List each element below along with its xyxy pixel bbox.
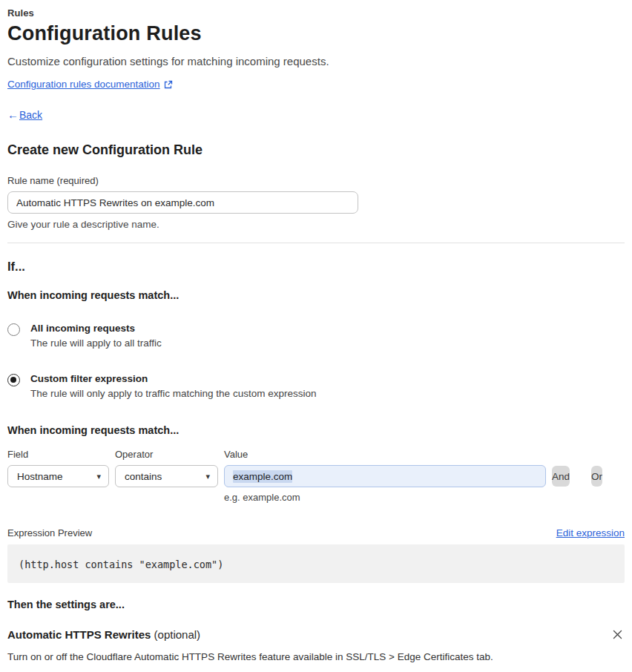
radio-description: The rule will only apply to traffic matc… [30,388,316,399]
rule-name-input[interactable] [7,191,358,214]
expression-preview-label: Expression Preview [7,527,92,538]
create-rule-heading: Create new Configuration Rule [7,142,625,158]
radio-custom-filter-expression[interactable] [7,374,20,386]
expression-preview-box: (http.host contains "example.com") [7,544,625,583]
rule-name-help: Give your rule a descriptive name. [7,219,625,230]
if-heading: If... [7,260,625,274]
match-heading: When incoming requests match... [7,289,625,301]
or-button[interactable]: Or [591,466,602,487]
value-input[interactable]: example.com [224,465,546,487]
chevron-down-icon: ▾ [205,472,210,481]
operator-label: Operator [115,449,218,460]
field-label: Field [7,449,109,460]
back-arrow-icon: ← [7,108,19,121]
close-icon [612,629,623,640]
documentation-link[interactable]: Configuration rules documentation [7,79,160,90]
rule-name-label: Rule name (required) [7,175,625,186]
remove-setting-button[interactable] [610,627,625,642]
builder-heading: When incoming requests match... [7,424,625,436]
expression-code: (http.host contains "example.com") [19,559,223,570]
edit-expression-link[interactable]: Edit expression [556,527,625,538]
setting-optional-suffix: (optional) [154,628,201,641]
value-label: Value [224,449,546,460]
value-input-text: example.com [233,470,292,483]
page-subtitle: Customize configuration settings for mat… [7,55,625,67]
radio-label: Custom filter expression [30,373,316,384]
chevron-down-icon: ▾ [96,472,101,481]
radio-description: The rule will apply to all traffic [30,337,162,349]
radio-option-custom-filter[interactable]: Custom filter expression The rule will o… [7,373,625,399]
page-title: Configuration Rules [7,22,625,45]
radio-all-incoming-requests[interactable] [7,323,20,336]
external-link-icon [164,80,173,89]
radio-label: All incoming requests [30,323,162,334]
back-link[interactable]: ← Back [7,108,625,121]
setting-title-name: Automatic HTTPS Rewrites [7,628,151,641]
and-button[interactable]: And [552,466,570,487]
setting-description: Turn on or off the Cloudflare Automatic … [7,651,625,662]
operator-select-value: contains [125,471,162,482]
section-divider [7,243,625,243]
value-hint: e.g. example.com [224,492,546,503]
breadcrumb-rules: Rules [7,7,625,19]
operator-select[interactable]: contains ▾ [115,465,218,487]
setting-title: Automatic HTTPS Rewrites (optional) [7,628,200,641]
field-select-value: Hostname [17,471,63,482]
then-settings-heading: Then the settings are... [7,599,625,610]
field-select[interactable]: Hostname ▾ [7,465,109,487]
back-link-label[interactable]: Back [19,109,42,121]
radio-option-all-incoming[interactable]: All incoming requests The rule will appl… [7,323,625,349]
